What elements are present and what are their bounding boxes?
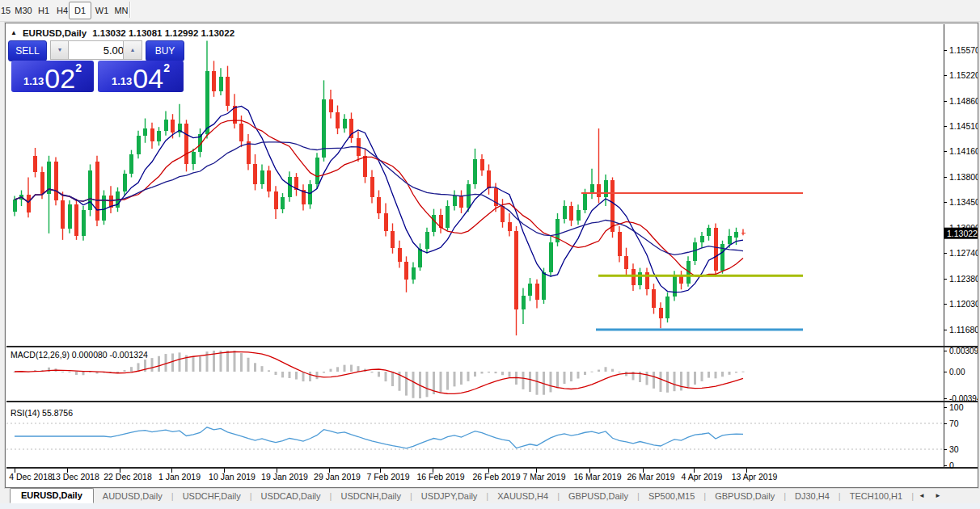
candle-body — [253, 164, 257, 184]
candle-body — [164, 120, 168, 130]
candle-body — [522, 296, 526, 309]
candle-body — [150, 128, 154, 141]
candle-body — [652, 289, 656, 308]
symbol-label: EURUSD,Daily — [23, 28, 87, 38]
down-arrow-icon: ▼ — [57, 47, 63, 53]
chart-tab-gbpusd-daily[interactable]: GBPUSD,Daily — [560, 490, 637, 503]
chart-tab-gbpusd-daily[interactable]: GBPUSD,Daily — [706, 490, 784, 503]
chart-tab-usdjpy-daily[interactable]: USDJPY,Daily — [412, 490, 487, 503]
buy-price-main: 04 — [133, 66, 163, 90]
candle-body — [274, 191, 278, 208]
candle-body — [404, 262, 408, 279]
candle-body — [370, 177, 374, 197]
panel-separator[interactable] — [6, 346, 978, 347]
svg-text:13 Dec 2018: 13 Dec 2018 — [51, 472, 99, 482]
svg-text:26 Feb 2019: 26 Feb 2019 — [473, 472, 521, 482]
candle-body — [82, 210, 86, 236]
svg-text:29 Jan 2019: 29 Jan 2019 — [314, 472, 361, 482]
buy-price-display[interactable]: 1.13 04 2 — [98, 61, 184, 92]
chart-tab-tech100-h1[interactable]: TECH100,H1 — [841, 490, 911, 503]
timeframe-toolbar: 15M30H1H4D1W1MN — [0, 0, 980, 22]
mt4-application: 15M30H1H4D1W1MN 1.155701.152201.148601.1… — [0, 0, 980, 509]
svg-text:1.12380: 1.12380 — [949, 274, 978, 284]
candle-body — [412, 267, 416, 280]
status-bar — [0, 503, 980, 509]
candle-body — [432, 215, 436, 232]
chart-tab-xauusd-h4[interactable]: XAUUSD,H4 — [488, 490, 557, 503]
svg-text:0: 0 — [949, 461, 954, 470]
candle-body — [219, 77, 223, 91]
candle-body — [171, 120, 175, 133]
panel-separator[interactable] — [6, 401, 978, 402]
chart-tab-dj30-h4[interactable]: DJ30,H4 — [786, 490, 838, 503]
sell-price-sup: 2 — [75, 61, 82, 74]
volume-input[interactable] — [68, 40, 128, 60]
candle-body — [467, 184, 471, 207]
candle-body — [95, 162, 99, 221]
candle-body — [288, 177, 292, 197]
candle-body — [542, 272, 546, 300]
candle-body — [665, 297, 670, 318]
svg-text:16 Feb 2019: 16 Feb 2019 — [417, 472, 465, 482]
sell-button[interactable]: SELL — [8, 40, 47, 61]
candle-body — [487, 170, 491, 188]
candle-body — [27, 195, 31, 212]
volume-decrease-button[interactable]: ▼ — [50, 40, 70, 60]
candle-body — [391, 231, 395, 247]
candle-body — [418, 249, 422, 267]
current-price-tag: 1.13022 — [944, 228, 978, 239]
candle-body — [226, 77, 230, 106]
chart-tab-usdcad-daily[interactable]: USDCAD,Daily — [252, 490, 330, 503]
candle-body — [40, 172, 44, 194]
candle-body — [514, 231, 518, 309]
rsi-line — [15, 427, 743, 448]
sell-price-display[interactable]: 1.13 02 2 — [11, 61, 94, 92]
svg-text:7 Mar 2019: 7 Mar 2019 — [522, 472, 565, 482]
candle-body — [577, 210, 581, 221]
chart-tab-bar: EURUSD,DailyAUDUSD,Daily|USDCHF,Daily|US… — [10, 488, 946, 503]
candle-body — [528, 284, 532, 296]
candle-body — [61, 200, 65, 229]
candle-body — [700, 236, 704, 242]
tab-scroll-right-button[interactable]: ► — [930, 490, 946, 501]
timeframe-button-D1[interactable]: D1 — [69, 2, 91, 19]
svg-text:19 Jan 2019: 19 Jan 2019 — [261, 472, 308, 482]
candle-body — [673, 275, 677, 297]
candle-body — [480, 159, 484, 170]
candle-body — [102, 196, 106, 221]
candle-body — [384, 213, 388, 231]
chart-tab-eurusd-daily[interactable]: EURUSD,Daily — [10, 488, 94, 503]
candle-body — [336, 112, 340, 128]
candle-body — [281, 197, 285, 208]
candle-body — [638, 272, 642, 285]
candle-body — [473, 159, 477, 184]
svg-text:1.13800: 1.13800 — [949, 172, 978, 182]
chart-tab-usdchf-daily[interactable]: USDCHF,Daily — [174, 490, 250, 503]
sell-price-main: 02 — [44, 66, 75, 90]
volume-increase-button[interactable]: ▲ — [123, 40, 142, 60]
svg-text:1.13022: 1.13022 — [947, 229, 978, 238]
candle-body — [143, 128, 147, 136]
svg-text:1 Jan 2019: 1 Jan 2019 — [158, 472, 201, 482]
panel-separator[interactable] — [6, 467, 978, 469]
candle-body — [88, 170, 92, 211]
rsi-label: RSI(14) 55.8756 — [11, 408, 73, 418]
toolbar-separator — [129, 2, 131, 18]
candle-body — [569, 206, 573, 221]
chart-tab-audusd-daily[interactable]: AUDUSD,Daily — [94, 490, 171, 503]
buy-button[interactable]: BUY — [146, 40, 184, 61]
chart-tab-usdcnh-daily[interactable]: USDCNH,Daily — [332, 490, 410, 503]
tab-scroll-left-button[interactable]: ◄ — [914, 490, 930, 501]
chart-marker-triangle-icon: ▲ — [11, 30, 17, 36]
buy-price-prefix: 1.13 — [112, 75, 132, 87]
chart-tab-sp500-m15[interactable]: SP500,M15 — [640, 490, 703, 503]
svg-text:1.12030: 1.12030 — [949, 299, 978, 309]
svg-text:1.13450: 1.13450 — [949, 197, 978, 207]
candle-body — [157, 131, 161, 141]
candle-body — [123, 174, 127, 191]
candle-body — [610, 180, 615, 232]
candle-body — [329, 99, 333, 112]
candle-body — [535, 284, 539, 300]
svg-text:100: 100 — [949, 402, 964, 412]
candle-body — [459, 196, 463, 208]
